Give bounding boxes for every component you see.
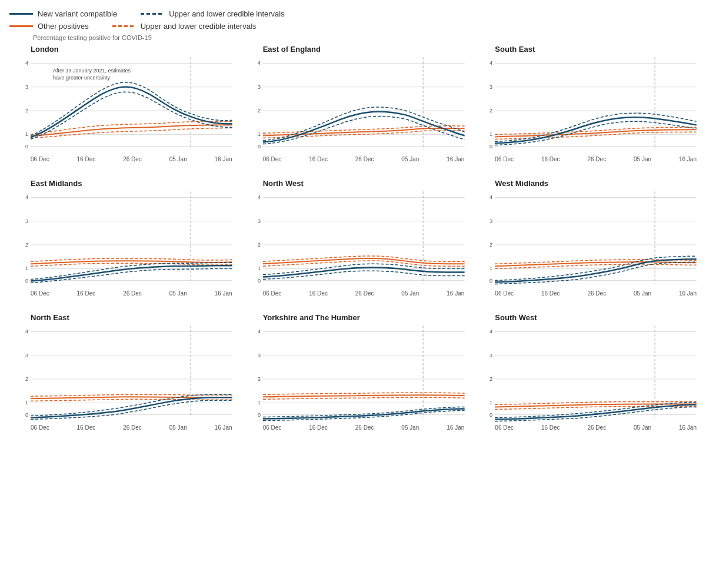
svg-text:1: 1 [258, 131, 261, 137]
chart-title-east-midlands: East Midlands [31, 179, 232, 188]
x-labels-london: 06 Dec16 Dec26 Dec05 Jan16 Jan [31, 156, 232, 162]
svg-text:3: 3 [258, 353, 261, 358]
chart-inner-south-west: 4 3 2 1 0 [495, 323, 697, 423]
chart-svg-north-east: 4 3 2 1 0 [31, 323, 232, 423]
svg-text:4: 4 [258, 60, 261, 66]
legend-item-other-positives: Other positives [9, 22, 89, 31]
legend-label-other-positives: Other positives [38, 22, 89, 31]
svg-text:2: 2 [489, 108, 492, 114]
chart-inner-yorkshire: 4 3 2 1 0 [263, 323, 465, 423]
x-labels-east-of-england: 06 Dec16 Dec26 Dec05 Jan16 Jan [263, 156, 465, 162]
chart-north-east: North East 4 3 2 1 0 [9, 313, 232, 443]
legend-line-solid-orange [9, 25, 33, 27]
x-labels-east-midlands: 06 Dec16 Dec26 Dec05 Jan16 Jan [31, 290, 232, 297]
chart-title-west-midlands: West Midlands [495, 179, 697, 188]
svg-text:0: 0 [489, 278, 492, 284]
svg-text:0: 0 [25, 412, 28, 418]
uncertainty-note-london: After 13 January 2021, estimates have gr… [53, 68, 135, 81]
chart-svg-yorkshire: 4 3 2 1 0 [263, 323, 465, 423]
legend-line-dashed-orange [112, 25, 136, 27]
svg-text:0: 0 [258, 412, 261, 418]
x-labels-south-east: 06 Dec16 Dec26 Dec05 Jan16 Jan [495, 156, 697, 162]
x-labels-south-west: 06 Dec16 Dec26 Dec05 Jan16 Jan [495, 424, 697, 431]
legend-item-credible-dark: Upper and lower credible intervals [141, 9, 285, 18]
chart-inner-north-east: 4 3 2 1 0 [31, 323, 232, 423]
svg-text:2: 2 [25, 242, 28, 248]
legend-label-credible-orange: Upper and lower credible intervals [141, 22, 257, 31]
chart-title-north-west: North West [263, 179, 465, 188]
legend-item-credible-orange: Upper and lower credible intervals [112, 22, 257, 31]
chart-east-of-england: East of England 4 3 2 1 0 [242, 45, 465, 174]
svg-text:1: 1 [258, 400, 261, 406]
chart-title-south-west: South West [495, 313, 697, 322]
chart-svg-east-midlands: 4 3 2 1 0 [31, 189, 232, 289]
chart-title-north-east: North East [31, 313, 232, 322]
svg-text:3: 3 [25, 84, 28, 90]
svg-text:4: 4 [489, 60, 492, 66]
svg-text:2: 2 [489, 242, 492, 248]
svg-text:2: 2 [258, 242, 261, 248]
chart-title-south-east: South East [495, 45, 697, 54]
chart-west-midlands: West Midlands 4 3 2 1 0 [474, 179, 697, 308]
svg-text:0: 0 [258, 278, 261, 284]
svg-text:3: 3 [258, 84, 261, 90]
y-axis-label: Percentage testing positive for COVID-19 [33, 34, 697, 41]
legend-line-solid-dark [9, 13, 33, 15]
chart-inner-west-midlands: 4 3 2 1 0 [495, 189, 697, 289]
svg-text:4: 4 [258, 328, 261, 334]
chart-inner-london: 4 3 2 1 0 After 13 January 20 [31, 55, 232, 155]
chart-north-west: North West 4 3 2 1 0 [242, 179, 465, 308]
svg-text:0: 0 [489, 144, 492, 150]
chart-title-london: London [31, 45, 232, 54]
legend-item-new-variant: New variant compatible [9, 9, 117, 18]
chart-south-east: South East 4 3 2 1 0 [474, 45, 697, 174]
svg-text:3: 3 [25, 353, 28, 358]
svg-text:3: 3 [489, 84, 492, 90]
svg-text:1: 1 [489, 131, 492, 137]
chart-svg-west-midlands: 4 3 2 1 0 [495, 189, 697, 289]
svg-text:1: 1 [25, 265, 28, 271]
chart-svg-north-west: 4 3 2 1 0 [263, 189, 465, 289]
chart-east-midlands: East Midlands 4 3 2 1 0 [9, 179, 232, 308]
svg-text:3: 3 [258, 218, 261, 224]
svg-text:3: 3 [489, 353, 492, 358]
svg-text:4: 4 [258, 194, 261, 200]
chart-svg-south-west: 4 3 2 1 0 [495, 323, 697, 423]
x-labels-north-west: 06 Dec16 Dec26 Dec05 Jan16 Jan [263, 290, 465, 297]
svg-text:4: 4 [25, 194, 28, 200]
charts-grid: London 4 3 2 1 0 [9, 45, 697, 443]
svg-text:2: 2 [489, 376, 492, 382]
chart-yorkshire: Yorkshire and The Humber 4 3 2 1 0 [242, 313, 465, 443]
svg-text:2: 2 [258, 108, 261, 114]
svg-text:0: 0 [25, 278, 28, 284]
chart-svg-south-east: 4 3 2 1 0 [495, 55, 697, 155]
legend: New variant compatible Upper and lower c… [9, 9, 697, 31]
svg-text:3: 3 [25, 218, 28, 224]
svg-text:4: 4 [25, 328, 28, 334]
chart-south-west: South West 4 3 2 1 0 [474, 313, 697, 443]
svg-text:2: 2 [258, 376, 261, 382]
svg-text:0: 0 [489, 412, 492, 418]
chart-inner-east-midlands: 4 3 2 1 0 [31, 189, 232, 289]
chart-title-yorkshire: Yorkshire and The Humber [263, 313, 465, 322]
svg-text:2: 2 [25, 376, 28, 382]
legend-line-dashed-dark [141, 13, 164, 15]
legend-label-credible-dark: Upper and lower credible intervals [169, 9, 285, 18]
chart-inner-north-west: 4 3 2 1 0 [263, 189, 465, 289]
x-labels-yorkshire: 06 Dec16 Dec26 Dec05 Jan16 Jan [263, 424, 465, 431]
legend-label-new-variant: New variant compatible [38, 9, 117, 18]
svg-text:1: 1 [489, 265, 492, 271]
svg-text:4: 4 [25, 60, 28, 66]
x-labels-west-midlands: 06 Dec16 Dec26 Dec05 Jan16 Jan [495, 290, 697, 297]
chart-london: London 4 3 2 1 0 [9, 45, 232, 174]
chart-svg-east-of-england: 4 3 2 1 0 [263, 55, 465, 155]
svg-text:1: 1 [25, 400, 28, 406]
svg-text:1: 1 [258, 265, 261, 271]
chart-inner-south-east: 4 3 2 1 0 [495, 55, 697, 155]
svg-text:2: 2 [25, 108, 28, 114]
svg-text:1: 1 [489, 400, 492, 406]
x-labels-north-east: 06 Dec16 Dec26 Dec05 Jan16 Jan [31, 424, 232, 431]
svg-text:0: 0 [25, 144, 28, 150]
chart-title-east-of-england: East of England [263, 45, 465, 54]
svg-text:4: 4 [489, 328, 492, 334]
